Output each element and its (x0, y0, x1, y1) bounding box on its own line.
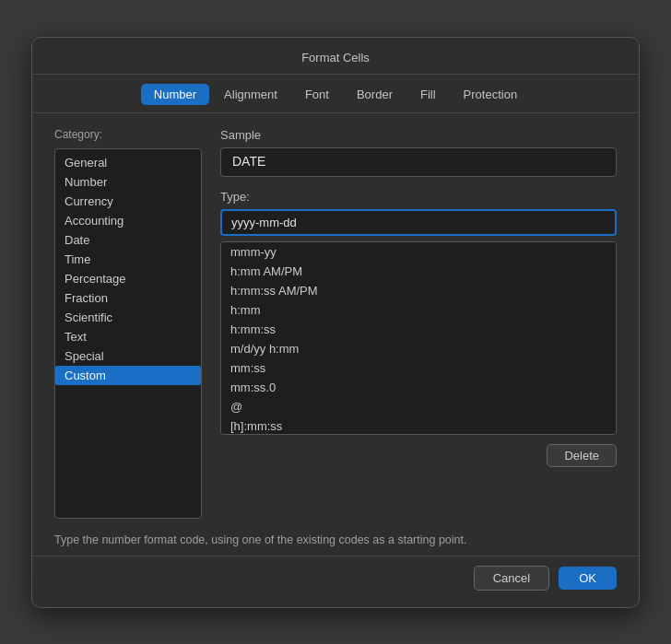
format-item[interactable]: m/d/yy h:mm (221, 339, 616, 358)
tab-font[interactable]: Font (292, 84, 342, 105)
tab-alignment[interactable]: Alignment (211, 84, 290, 105)
left-panel: Category: General Number Currency Accoun… (54, 128, 202, 519)
format-item[interactable]: h:mm:ss AM/PM (221, 281, 616, 300)
format-item[interactable]: h:mm (221, 300, 616, 320)
sample-box: DATE (220, 147, 617, 177)
format-list[interactable]: mmm-yy h:mm AM/PM h:mm:ss AM/PM h:mm h:m… (220, 241, 617, 435)
sample-label: Sample (220, 128, 617, 142)
tab-border[interactable]: Border (344, 84, 406, 105)
category-item-time[interactable]: Time (55, 250, 201, 269)
category-label: Category: (54, 128, 202, 141)
dialog-title: Format Cells (32, 38, 639, 75)
main-content: Category: General Number Currency Accoun… (32, 113, 639, 519)
format-item[interactable]: mm:ss (221, 358, 616, 378)
format-item[interactable]: h:mm AM/PM (221, 262, 616, 281)
tab-number[interactable]: Number (141, 84, 209, 105)
format-item[interactable]: @ (221, 397, 616, 416)
format-item[interactable]: mm:ss.0 (221, 378, 616, 397)
footer-hint: Type the number format code, using one o… (32, 519, 639, 556)
type-input[interactable] (220, 209, 617, 236)
delete-button[interactable]: Delete (547, 444, 617, 467)
category-item-text[interactable]: Text (55, 327, 201, 346)
category-item-date[interactable]: Date (55, 230, 201, 250)
cancel-button[interactable]: Cancel (474, 566, 549, 591)
tab-bar: Number Alignment Font Border Fill Protec… (32, 75, 639, 113)
format-item[interactable]: h:mm:ss (221, 320, 616, 339)
ok-button[interactable]: OK (559, 567, 617, 590)
tab-fill[interactable]: Fill (407, 84, 449, 105)
category-list[interactable]: General Number Currency Accounting Date … (54, 148, 202, 519)
delete-row: Delete (220, 444, 617, 467)
format-cells-dialog: Format Cells Number Alignment Font Borde… (31, 37, 640, 608)
title-text: Format Cells (301, 51, 370, 64)
category-item-general[interactable]: General (55, 153, 201, 172)
category-item-currency[interactable]: Currency (55, 192, 201, 211)
category-item-fraction[interactable]: Fraction (55, 288, 201, 308)
category-item-special[interactable]: Special (55, 346, 201, 366)
category-item-accounting[interactable]: Accounting (55, 211, 201, 230)
type-label: Type: (220, 190, 617, 204)
category-item-scientific[interactable]: Scientific (55, 308, 201, 327)
category-item-custom[interactable]: Custom (55, 366, 201, 385)
tab-protection[interactable]: Protection (451, 84, 531, 105)
category-item-number[interactable]: Number (55, 172, 201, 192)
right-panel: Sample DATE Type: mmm-yy h:mm AM/PM h:mm… (220, 128, 617, 519)
format-item[interactable]: [h]:mm:ss (221, 416, 616, 435)
format-item[interactable]: mmm-yy (221, 242, 616, 262)
bottom-bar: Cancel OK (32, 556, 639, 607)
category-item-percentage[interactable]: Percentage (55, 269, 201, 288)
